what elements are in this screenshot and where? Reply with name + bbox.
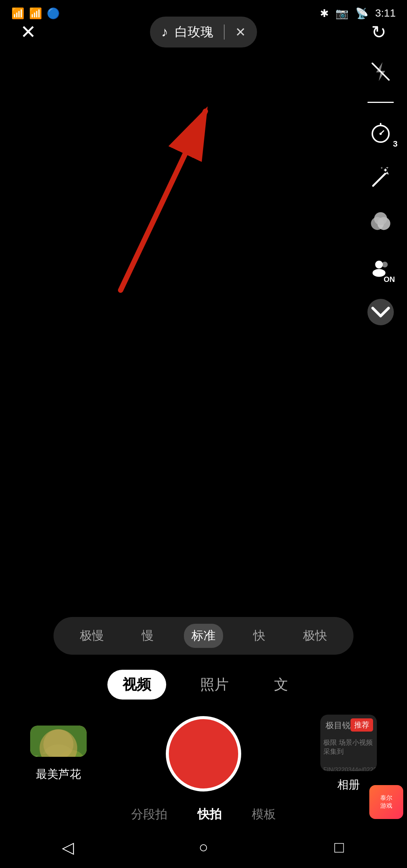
close-music-button[interactable]: ✕ bbox=[235, 24, 246, 40]
tab-segmented[interactable]: 分段拍 bbox=[131, 806, 167, 823]
timer-icon bbox=[369, 122, 392, 144]
arrow-svg bbox=[0, 49, 264, 313]
speed-selector: 极慢 慢 标准 快 极快 bbox=[54, 617, 353, 655]
timer-badge: 3 bbox=[393, 139, 398, 149]
album-thumbnail: 极目锐视频 极限 场景小视频采集到 推荐 FIN/3220344e/02225c… bbox=[320, 715, 377, 771]
album-badge: 推荐 bbox=[350, 718, 373, 732]
chevron-down-button[interactable] bbox=[367, 299, 394, 325]
music-name: 白玫瑰 bbox=[175, 23, 213, 41]
bottom-controls: 极慢 慢 标准 快 极快 视频 照片 文 bbox=[0, 617, 407, 793]
album-label: 相册 bbox=[337, 777, 360, 793]
shutter-row: 最美芦花 极目锐视频 极限 场景小视频采集到 推荐 FIN/3220344e/0… bbox=[0, 715, 407, 793]
speed-item-2[interactable]: 标准 bbox=[184, 624, 223, 648]
shutter-button[interactable] bbox=[166, 716, 241, 791]
back-icon: ◁ bbox=[62, 838, 74, 857]
speed-item-4[interactable]: 极快 bbox=[295, 624, 335, 648]
svg-point-7 bbox=[379, 133, 382, 135]
bottom-tabs: 分段拍 快拍 模板 bbox=[0, 806, 407, 823]
gallery-label: 最美芦花 bbox=[36, 767, 81, 782]
flash-off-button[interactable] bbox=[366, 57, 396, 87]
nav-back-button[interactable]: ◁ bbox=[53, 832, 83, 862]
svg-text:+: + bbox=[386, 167, 389, 170]
watermark-badge: 泰尔游戏 bbox=[369, 785, 403, 819]
separator-line bbox=[367, 102, 394, 103]
svg-point-18 bbox=[382, 262, 387, 267]
color-circles-icon bbox=[369, 212, 392, 235]
album-button[interactable]: 极目锐视频 极限 场景小视频采集到 推荐 FIN/3220344e/02225c… bbox=[320, 715, 377, 793]
on-badge: ON bbox=[384, 275, 395, 284]
color-adjust-button[interactable] bbox=[366, 208, 396, 239]
flash-icon bbox=[369, 60, 392, 83]
music-divider bbox=[224, 24, 225, 40]
music-pill: ♪ 白玫瑰 ✕ bbox=[150, 17, 257, 47]
right-sidebar: 3 ✦ + + ON bbox=[366, 57, 396, 325]
nav-home-button[interactable]: ○ bbox=[188, 832, 219, 862]
mode-selector: 视频 照片 文 bbox=[107, 670, 300, 700]
album-footer: FIN/3220344e/02225c304c348... bbox=[323, 767, 374, 771]
recent-icon: □ bbox=[334, 838, 344, 856]
refresh-button[interactable]: ↻ bbox=[366, 19, 392, 45]
music-note-icon: ♪ bbox=[161, 24, 168, 40]
chevron-down-icon bbox=[367, 299, 394, 325]
gallery-thumbnail bbox=[30, 726, 87, 757]
close-button[interactable]: ✕ bbox=[15, 19, 41, 45]
nav-recent-button[interactable]: □ bbox=[324, 832, 354, 862]
speed-item-0[interactable]: 极慢 bbox=[72, 624, 112, 648]
tab-quick[interactable]: 快拍 bbox=[197, 806, 222, 823]
close-icon: ✕ bbox=[20, 21, 36, 43]
watermark: 泰尔游戏 bbox=[369, 785, 403, 819]
nav-bar: ◁ ○ □ bbox=[0, 827, 407, 868]
top-bar: ✕ ♪ 白玫瑰 ✕ ↻ bbox=[0, 11, 407, 53]
magic-icon: ✦ + + bbox=[369, 167, 392, 190]
mode-text[interactable]: 文 bbox=[263, 670, 300, 700]
svg-line-8 bbox=[373, 174, 385, 186]
album-content: 极目锐视频 极限 场景小视频采集到 推荐 FIN/3220344e/02225c… bbox=[320, 715, 377, 771]
portrait-on-button[interactable]: ON bbox=[366, 254, 396, 284]
gallery-image bbox=[30, 726, 87, 757]
mode-photo[interactable]: 照片 bbox=[189, 670, 240, 700]
home-icon: ○ bbox=[199, 838, 208, 856]
speed-item-1[interactable]: 慢 bbox=[134, 624, 161, 648]
tab-template[interactable]: 模板 bbox=[252, 806, 276, 823]
magic-button[interactable]: ✦ + + bbox=[366, 163, 396, 193]
refresh-icon: ↻ bbox=[371, 21, 386, 43]
svg-line-1 bbox=[121, 111, 205, 290]
svg-text:+: + bbox=[381, 167, 383, 170]
album-desc: 极限 场景小视频采集到 bbox=[323, 738, 374, 756]
watermark-text: 泰尔游戏 bbox=[380, 794, 392, 810]
speed-item-3[interactable]: 快 bbox=[246, 624, 273, 648]
svg-point-16 bbox=[375, 261, 383, 269]
svg-point-15 bbox=[374, 212, 387, 225]
timer-button[interactable]: 3 bbox=[366, 118, 396, 148]
mode-video[interactable]: 视频 bbox=[107, 670, 166, 700]
gallery-button[interactable]: 最美芦花 bbox=[30, 726, 87, 782]
